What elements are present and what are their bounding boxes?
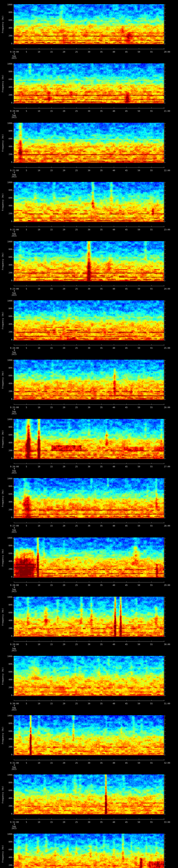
spectrogram-panel-4: [0, 178, 178, 237]
spectrogram-panel-2: [0, 59, 178, 119]
spectrogram-canvas-8: [0, 415, 178, 474]
spectrogram-figure: [0, 0, 178, 868]
spectrogram-canvas-2: [0, 59, 178, 119]
spectrogram-panel-13: [0, 711, 178, 770]
spectrogram-panel-3: [0, 119, 178, 178]
spectrogram-panel-11: [0, 592, 178, 652]
spectrogram-canvas-5: [0, 237, 178, 296]
spectrogram-panel-1: [0, 0, 178, 59]
spectrogram-panel-5: [0, 237, 178, 296]
spectrogram-canvas-3: [0, 119, 178, 178]
spectrogram-canvas-10: [0, 533, 178, 593]
spectrogram-panel-15: [0, 830, 178, 868]
spectrogram-panel-9: [0, 474, 178, 533]
spectrogram-canvas-4: [0, 178, 178, 237]
spectrogram-canvas-15: [0, 830, 178, 868]
spectrogram-panel-7: [0, 355, 178, 415]
spectrogram-canvas-12: [0, 652, 178, 711]
spectrogram-canvas-13: [0, 711, 178, 770]
spectrogram-panel-6: [0, 296, 178, 355]
spectrogram-canvas-11: [0, 592, 178, 652]
spectrogram-canvas-14: [0, 770, 178, 830]
spectrogram-canvas-1: [0, 0, 178, 59]
spectrogram-panel-10: [0, 533, 178, 593]
spectrogram-canvas-7: [0, 355, 178, 415]
spectrogram-panel-12: [0, 652, 178, 711]
spectrogram-panel-14: [0, 770, 178, 830]
spectrogram-canvas-6: [0, 296, 178, 355]
spectrogram-canvas-9: [0, 474, 178, 533]
spectrogram-panel-8: [0, 415, 178, 474]
